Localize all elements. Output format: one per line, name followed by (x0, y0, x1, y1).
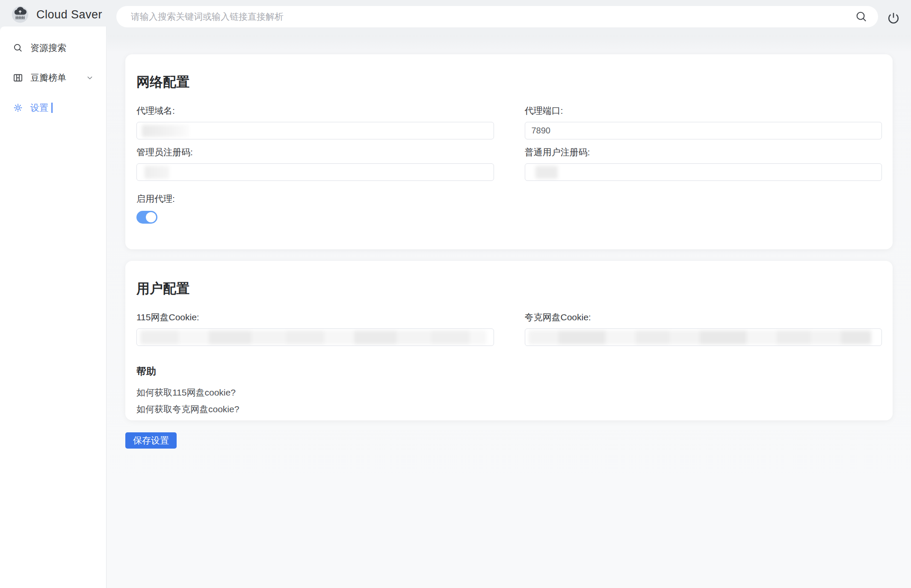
help-title: 帮助 (136, 365, 882, 378)
quark-cookie-input[interactable] (525, 328, 882, 346)
settings-page: 网络配置 代理域名: 代理端口: 管理员注册码: 普通用户 (107, 35, 911, 588)
proxy-domain-input[interactable] (136, 122, 494, 139)
proxy-port-field: 代理端口: (525, 105, 882, 139)
search-input[interactable] (116, 6, 855, 27)
sidebar-item-label: 设置 (30, 102, 48, 114)
topbar: Cloud Saver (0, 0, 911, 35)
proxy-port-label: 代理端口: (525, 105, 882, 117)
user-config-card: 用户配置 115网盘Cookie: 夸克网盘Cookie: 帮助 如何获取115… (125, 261, 893, 420)
gear-icon (13, 103, 23, 113)
admin-code-label: 管理员注册码: (136, 146, 494, 158)
chevron-down-icon (86, 74, 94, 82)
help-link-quark-cookie[interactable]: 如何获取夸克网盘cookie? (136, 403, 239, 415)
cloud-upload-logo-icon (11, 5, 30, 24)
redacted-value (142, 125, 189, 137)
sidebar-item-label: 豆瓣榜单 (30, 72, 66, 84)
app-title: Cloud Saver (36, 8, 102, 21)
user-code-label: 普通用户注册码: (525, 146, 882, 158)
sidebar-item-resource-search[interactable]: 资源搜索 (3, 38, 104, 57)
sidebar-item-label: 资源搜索 (30, 42, 66, 54)
power-icon (886, 11, 901, 26)
quark-cookie-field: 夸克网盘Cookie: (525, 311, 882, 346)
cookie115-label: 115网盘Cookie: (136, 311, 494, 323)
text-caret (51, 103, 53, 113)
cookie115-field: 115网盘Cookie: (136, 311, 494, 346)
help-link-115-cookie[interactable]: 如何获取115网盘cookie? (136, 387, 236, 399)
search-icon[interactable] (855, 10, 868, 23)
redacted-value (140, 331, 486, 344)
proxy-domain-field: 代理域名: (136, 105, 494, 139)
search-icon (13, 43, 23, 53)
search-bar[interactable] (116, 6, 878, 27)
redacted-value (535, 166, 558, 179)
user-code-field: 普通用户注册码: (525, 146, 882, 181)
enable-proxy-field: 启用代理: (136, 193, 882, 224)
douban-list-icon (13, 73, 23, 83)
cookie115-input[interactable] (136, 328, 494, 346)
proxy-port-input[interactable] (525, 122, 882, 139)
sidebar: 资源搜索 豆瓣榜单 设置 (0, 27, 106, 588)
user-code-input[interactable] (525, 163, 882, 181)
admin-code-field: 管理员注册码: (136, 146, 494, 181)
redacted-value (529, 331, 871, 344)
admin-code-input[interactable] (136, 163, 494, 181)
brand: Cloud Saver (11, 3, 102, 26)
sidebar-item-settings[interactable]: 设置 (3, 98, 104, 117)
toggle-knob (146, 212, 156, 222)
network-config-title: 网络配置 (136, 54, 882, 91)
network-config-card: 网络配置 代理域名: 代理端口: 管理员注册码: 普通用户 (125, 54, 893, 249)
power-button[interactable] (886, 11, 901, 27)
quark-cookie-label: 夸克网盘Cookie: (525, 311, 882, 323)
save-settings-button[interactable]: 保存设置 (125, 432, 177, 449)
redacted-value (145, 166, 169, 179)
user-config-title: 用户配置 (136, 261, 882, 298)
proxy-domain-label: 代理域名: (136, 105, 494, 117)
enable-proxy-label: 启用代理: (136, 193, 882, 205)
enable-proxy-toggle[interactable] (136, 211, 157, 224)
sidebar-item-douban-list[interactable]: 豆瓣榜单 (3, 68, 104, 87)
